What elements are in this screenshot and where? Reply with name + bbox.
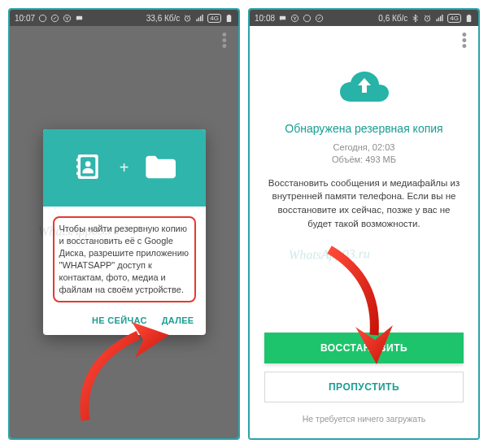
- battery-icon: [464, 14, 473, 23]
- permission-dialog: + Чтобы найти резервную копию и восстано…: [43, 129, 206, 334]
- backup-size: Объём: 493 МБ: [332, 154, 396, 166]
- dialog-actions: НЕ СЕЙЧАС ДАЛЕЕ: [43, 307, 206, 335]
- svg-rect-16: [76, 172, 79, 175]
- svg-rect-14: [76, 159, 79, 161]
- y-icon: [290, 14, 299, 23]
- overflow-menu-icon[interactable]: •••: [222, 33, 227, 49]
- dialog-text: Чтобы найти резервную копию и восстанови…: [53, 216, 196, 302]
- screenshot-right: 10:08 0,6 Кб/с 4G: [248, 8, 480, 440]
- svg-rect-17: [280, 15, 285, 20]
- bluetooth-icon: [411, 14, 420, 23]
- svg-rect-23: [438, 17, 439, 21]
- svg-rect-9: [227, 15, 232, 21]
- check-icon: [315, 14, 324, 23]
- status-time: 10:08: [255, 14, 275, 23]
- chat-icon: [75, 14, 84, 23]
- chat-icon: [278, 14, 287, 23]
- plus-icon: +: [120, 159, 129, 177]
- svg-rect-25: [442, 14, 443, 20]
- svg-point-13: [85, 161, 90, 167]
- not-now-button[interactable]: НЕ СЕЙЧАС: [92, 315, 147, 325]
- sync-icon: [38, 14, 47, 23]
- watermark: WhatsApp03.ru: [289, 246, 370, 263]
- sync-icon: [303, 14, 312, 23]
- screen-content: ••• Обнаружена резервная копия Сегодня, …: [250, 26, 478, 438]
- net-badge: 4G: [207, 14, 221, 23]
- alarm-icon: [183, 14, 192, 23]
- dialog-body: Чтобы найти резервную копию и восстанови…: [43, 207, 206, 307]
- svg-point-19: [303, 15, 310, 21]
- backup-date: Сегодня, 02:03: [333, 141, 395, 154]
- svg-rect-27: [468, 14, 470, 15]
- net-badge: 4G: [447, 14, 461, 23]
- svg-rect-24: [440, 15, 441, 20]
- y-icon: [63, 14, 72, 23]
- signal-icon: [435, 14, 444, 23]
- battery-icon: [224, 14, 233, 23]
- svg-point-0: [39, 15, 46, 21]
- status-bar: 10:08 0,6 Кб/с 4G: [250, 10, 478, 26]
- cloud-upload-icon: [338, 67, 390, 106]
- status-speed: 33,6 Кб/с: [146, 14, 181, 23]
- folder-icon: [143, 153, 176, 184]
- svg-rect-3: [76, 15, 82, 20]
- screen-content: ••• +: [10, 26, 238, 438]
- signal-icon: [195, 14, 204, 23]
- status-speed: 0,6 Кб/с: [378, 14, 407, 23]
- overflow-menu-icon[interactable]: •••: [462, 33, 467, 49]
- contacts-icon: [72, 150, 105, 186]
- backup-found-headline: Обнаружена резервная копия: [285, 122, 442, 135]
- status-bar: 10:07 33,6 Кб/с 4G: [10, 10, 238, 26]
- svg-rect-6: [198, 17, 199, 21]
- alarm-icon: [423, 14, 432, 23]
- dialog-header: +: [43, 129, 206, 207]
- status-time: 10:07: [15, 14, 35, 23]
- footer-note: Не требуется ничего загружать: [303, 414, 425, 424]
- svg-rect-26: [467, 15, 472, 21]
- restore-button[interactable]: ВОССТАНОВИТЬ: [264, 333, 464, 363]
- svg-rect-22: [437, 19, 438, 21]
- skip-button[interactable]: ПРОПУСТИТЬ: [264, 372, 464, 402]
- svg-rect-7: [200, 15, 201, 20]
- next-button[interactable]: ДАЛЕЕ: [162, 315, 194, 325]
- svg-rect-8: [203, 14, 203, 20]
- backup-description: Восстановить сообщения и медиафайлы из в…: [264, 176, 464, 231]
- check-icon: [50, 14, 59, 23]
- screenshot-left: 10:07 33,6 Кб/с 4G: [8, 8, 240, 440]
- svg-rect-10: [228, 14, 230, 15]
- svg-rect-15: [76, 165, 79, 167]
- svg-rect-5: [197, 19, 198, 21]
